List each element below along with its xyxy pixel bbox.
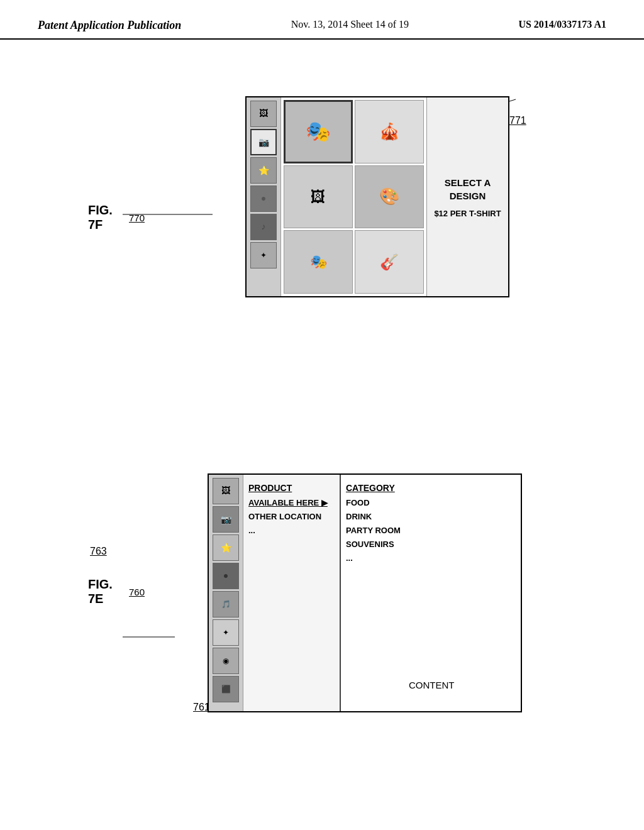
product-title: PRODUCT (248, 481, 335, 496)
sidebar-icon-760-6[interactable]: ✦ (213, 619, 239, 646)
design-cell-1[interactable]: 🎭 (284, 100, 353, 163)
sidebar-icon-6[interactable]: ✦ (250, 242, 277, 268)
sidebar-icon-760-3[interactable]: ⭐ (213, 534, 239, 561)
ref-771: 771 (509, 115, 526, 126)
sidebar-icon-3[interactable]: ⭐ (250, 157, 277, 184)
sidebar-icon-760-1[interactable]: 🖼 (213, 478, 239, 504)
content-label-below: CONTENT (409, 680, 455, 690)
category-title: CATEGORY (346, 481, 516, 496)
screen-760-main: PRODUCT AVAILABLE HERE ▶ OTHER LOCATION … (243, 475, 521, 711)
fig7f-ref-770: 770 (129, 213, 145, 223)
category-more-item[interactable]: ... (346, 551, 516, 565)
sidebar-icon-5[interactable]: ♪ (250, 214, 277, 240)
sidebar-icons-770: 🖼 📷 ⭐ ● ♪ ✦ (247, 97, 281, 296)
sidebar-icon-760-5[interactable]: 🎵 (213, 591, 239, 617)
sidebar-icon-760-8[interactable]: ⬛ (213, 676, 239, 702)
design-cell-5[interactable]: 🎭 (284, 230, 353, 294)
sidebar-icon-760-2[interactable]: 📷 (213, 506, 239, 533)
main-content: FIG. 7F 770 773 771 🖼 📷 ⭐ ● ♪ ✦ (0, 40, 644, 813)
design-area: 🎭 🎪 🖼 🎨 🎭 (281, 97, 426, 296)
sidebar-icon-760-4[interactable]: ● (213, 563, 239, 589)
fig7e-ref-760: 760 (129, 587, 145, 597)
sidebar-icon-2[interactable]: 📷 (250, 129, 277, 155)
souvenirs-item[interactable]: SOUVENIRS (346, 538, 516, 551)
food-item[interactable]: FOOD (346, 496, 516, 510)
ref-763: 763 (90, 546, 107, 557)
screen-right-panel-770: SELECT A DESIGN $12 PER T-SHIRT (426, 97, 508, 296)
panel-product: PRODUCT AVAILABLE HERE ▶ OTHER LOCATION … (243, 475, 341, 711)
select-design-title: SELECT A DESIGN (433, 176, 502, 202)
screen-770: 🖼 📷 ⭐ ● ♪ ✦ 🎭 🎪 (245, 96, 509, 297)
drink-item[interactable]: DRINK (346, 510, 516, 524)
screen-760: 🖼 📷 ⭐ ● 🎵 ✦ ◉ ⬛ PRODUCT AVAILABLE HERE ▶… (208, 473, 522, 712)
publication-number: US 2014/0337173 A1 (518, 19, 606, 30)
design-cell-6[interactable]: 🎸 (355, 230, 424, 294)
publication-date-sheet: Nov. 13, 2014 Sheet 14 of 19 (291, 19, 409, 30)
publication-title: Patent Application Publication (38, 19, 181, 32)
design-cell-3[interactable]: 🖼 (284, 165, 353, 229)
panel-category: CATEGORY FOOD DRINK PARTY ROOM SOUVENIRS… (341, 475, 521, 711)
fig7f-label: FIG. 7F (88, 203, 113, 232)
sidebar-icon-1[interactable]: 🖼 (250, 101, 277, 127)
other-location-item[interactable]: OTHER LOCATION (248, 510, 335, 524)
fig7e-label: FIG. 7E (88, 577, 113, 606)
sidebar-icon-4[interactable]: ● (250, 185, 277, 212)
design-cell-4[interactable]: 🎨 (355, 165, 424, 229)
party-room-item[interactable]: PARTY ROOM (346, 524, 516, 538)
price-label: $12 PER T-SHIRT (434, 209, 501, 218)
available-here-item[interactable]: AVAILABLE HERE ▶ (248, 496, 335, 510)
design-cell-2[interactable]: 🎪 (355, 100, 424, 163)
sidebar-icons-760: 🖼 📷 ⭐ ● 🎵 ✦ ◉ ⬛ (209, 475, 243, 711)
sidebar-icon-760-7[interactable]: ◉ (213, 648, 239, 674)
product-more-item[interactable]: ... (248, 524, 335, 538)
page-header: Patent Application Publication Nov. 13, … (0, 0, 644, 40)
